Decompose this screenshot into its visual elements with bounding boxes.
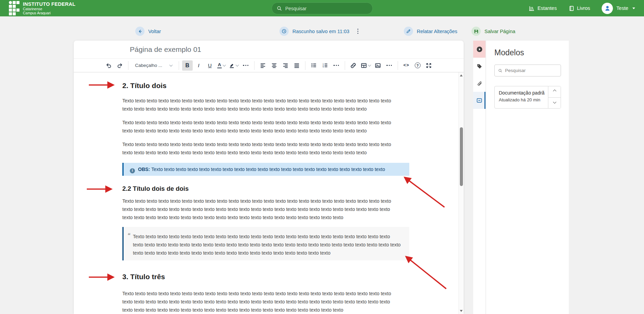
chevron-down-icon xyxy=(235,63,239,67)
toolbar-separator xyxy=(179,61,179,70)
paperclip-icon xyxy=(477,81,482,86)
numbered-list-icon: 1 2 3 xyxy=(322,62,328,68)
highlighter-icon xyxy=(229,62,235,68)
insert-link-button[interactable] xyxy=(348,60,359,71)
tag-icon xyxy=(477,63,482,69)
user-icon xyxy=(604,5,611,12)
scroll-down-icon[interactable] xyxy=(460,310,463,312)
info-callout[interactable]: iOBS:Texto texto texto texto texto texto… xyxy=(122,163,409,176)
global-search[interactable] xyxy=(272,2,373,14)
numbered-list-button[interactable]: 1 2 3 xyxy=(320,60,330,71)
align-center-button[interactable] xyxy=(269,60,279,71)
italic-glyph: I xyxy=(198,62,199,69)
draft-status[interactable]: Rascunho salvo em 11:03 xyxy=(279,27,359,36)
code-view-button[interactable]: <> xyxy=(401,60,412,71)
brand-logo[interactable]: INSTITUTO FEDERAL Catarinense Campus Ara… xyxy=(9,1,76,15)
save-icon xyxy=(474,29,479,34)
fullscreen-button[interactable] xyxy=(424,60,434,71)
editor-content-area[interactable]: 2. Título dois Texto texto texto texto t… xyxy=(74,72,464,314)
template-name: Documentação padrã xyxy=(499,90,548,96)
editor-scrollbar[interactable] xyxy=(458,72,464,314)
toolbar-separator xyxy=(345,61,345,70)
redo-button[interactable] xyxy=(114,60,125,71)
templates-search-input[interactable] xyxy=(505,68,557,73)
bullet-list-button[interactable] xyxy=(309,60,319,71)
page-title-input[interactable] xyxy=(130,45,403,54)
doc-paragraph[interactable]: Texto texto texto texto texto texto text… xyxy=(122,97,401,113)
nav-shelves-link[interactable]: Estantes xyxy=(529,5,557,11)
draft-options-kebab-icon[interactable] xyxy=(356,28,360,35)
template-info[interactable]: Documentação padrã Atualizado há 20 min xyxy=(495,86,548,108)
insert-table-button[interactable] xyxy=(359,60,372,71)
align-right-icon xyxy=(283,62,288,68)
more-inserts-button[interactable] xyxy=(384,60,395,71)
user-menu[interactable]: Teste xyxy=(602,3,635,14)
arrow-left-icon xyxy=(138,29,142,34)
draft-status-label: Rascunho salvo em 11:03 xyxy=(292,29,350,34)
page-editor-card: Cabeçalho ... B I U A xyxy=(74,41,464,314)
templates-search[interactable] xyxy=(494,65,561,76)
underline-button[interactable]: U xyxy=(205,60,215,71)
doc-heading-3[interactable]: 3. Título três xyxy=(122,272,401,281)
pencil-icon xyxy=(406,29,411,33)
bookshelf-icon xyxy=(529,5,535,11)
doc-paragraph[interactable]: Texto texto texto texto texto texto text… xyxy=(122,140,401,157)
brand-line3: Campus Araquari xyxy=(23,11,76,15)
more-formats-button[interactable] xyxy=(241,60,251,71)
doc-heading-2-2[interactable]: 2.2 Título dois de dois xyxy=(122,184,401,193)
chevron-down-icon xyxy=(368,63,371,67)
report-changes-button[interactable]: Relatar Alterações xyxy=(404,27,457,36)
text-color-button[interactable]: A xyxy=(216,60,227,71)
align-justify-button[interactable] xyxy=(291,60,302,71)
quote-mark-icon: “ xyxy=(127,232,130,239)
heading-format-select[interactable]: Cabeçalho ... xyxy=(132,60,176,71)
code-icon: <> xyxy=(403,63,409,68)
italic-button[interactable]: I xyxy=(193,60,204,71)
book-icon xyxy=(568,5,574,11)
toolbox-templates-tab[interactable] xyxy=(473,92,485,109)
toolbar-separator xyxy=(128,61,128,70)
template-list-item: Documentação padrã Atualizado há 20 min xyxy=(494,86,561,109)
more-lists-button[interactable] xyxy=(331,60,342,71)
doc-paragraph[interactable]: Texto texto texto texto texto texto text… xyxy=(122,197,401,222)
templates-panel-title: Modelos xyxy=(494,48,561,57)
bullet-list-icon xyxy=(311,62,317,68)
doc-paragraph[interactable]: Texto texto texto texto texto texto text… xyxy=(122,289,401,314)
callout-text: Texto texto texto texto texto texto text… xyxy=(151,167,385,172)
toolbox-tags-tab[interactable] xyxy=(473,58,485,75)
insert-image-button[interactable] xyxy=(373,60,383,71)
chevron-down-icon xyxy=(222,63,226,67)
info-icon: i xyxy=(130,168,135,173)
redo-icon xyxy=(117,62,123,69)
scroll-up-icon[interactable] xyxy=(460,74,463,76)
fullscreen-icon xyxy=(426,62,432,69)
help-button[interactable]: ? xyxy=(412,60,423,71)
page-title-row xyxy=(74,41,464,59)
insert-template-top-button[interactable] xyxy=(548,86,561,97)
doc-heading-2[interactable]: 2. Título dois xyxy=(122,81,401,90)
search-input[interactable] xyxy=(285,6,368,11)
blockquote[interactable]: “ Texto texto texto texto texto texto te… xyxy=(122,227,409,260)
bold-button[interactable]: B xyxy=(182,60,193,71)
undo-button[interactable] xyxy=(103,60,114,71)
toolbar-separator xyxy=(398,61,398,70)
wysiwyg-toolbar: Cabeçalho ... B I U A xyxy=(74,59,464,72)
save-page-button[interactable]: Salvar Página xyxy=(471,27,515,36)
insert-template-bottom-button[interactable] xyxy=(548,97,561,109)
chevron-down-icon xyxy=(632,8,635,9)
link-icon xyxy=(350,62,356,69)
back-button[interactable]: Voltar xyxy=(135,27,161,36)
toolbox-attachments-tab[interactable] xyxy=(473,75,485,92)
scrollbar-thumb[interactable] xyxy=(460,127,463,186)
bold-glyph: B xyxy=(186,62,190,69)
underline-glyph: U xyxy=(208,62,212,68)
toolbar-separator xyxy=(305,61,305,70)
align-right-button[interactable] xyxy=(280,60,291,71)
doc-paragraph[interactable]: Texto texto texto texto texto texto text… xyxy=(122,118,401,135)
heading-format-value: Cabeçalho ... xyxy=(135,63,162,68)
highlight-color-button[interactable] xyxy=(228,60,240,71)
page-action-bar: Voltar Rascunho salvo em 11:03 Relatar A… xyxy=(0,16,644,40)
toolbox-toggle-tab[interactable] xyxy=(473,41,485,58)
align-left-button[interactable] xyxy=(258,60,268,71)
nav-books-link[interactable]: Livros xyxy=(568,5,590,11)
